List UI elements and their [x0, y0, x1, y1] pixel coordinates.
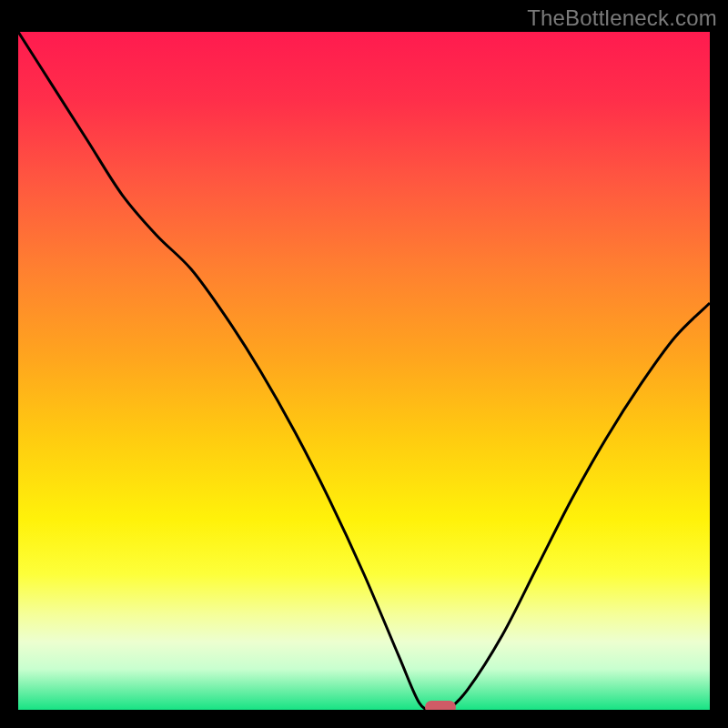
bottleneck-curve — [18, 32, 710, 710]
plot-area — [18, 32, 710, 710]
curve-svg — [18, 32, 710, 710]
optimum-marker — [425, 701, 456, 710]
watermark-text: TheBottleneck.com — [527, 5, 717, 31]
chart-frame: TheBottleneck.com — [0, 0, 728, 728]
